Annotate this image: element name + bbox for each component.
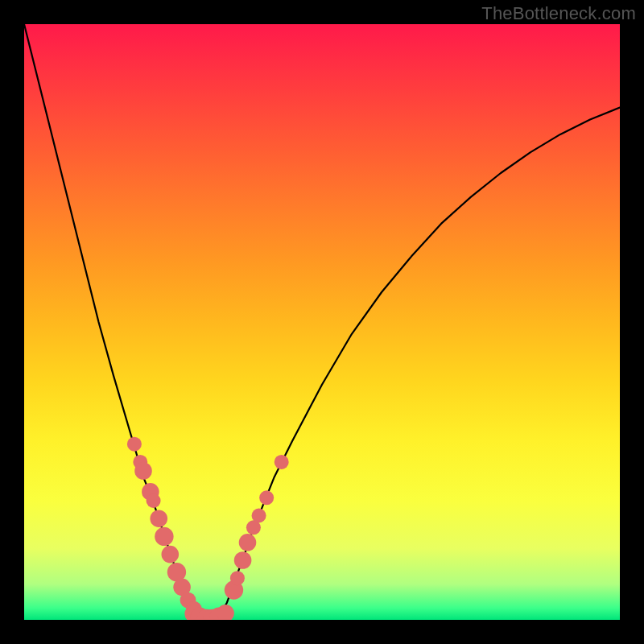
- curve-dot: [150, 510, 167, 527]
- curve-dot: [134, 462, 152, 480]
- curve-dot: [162, 546, 180, 564]
- chart-overlay-svg: [24, 24, 620, 620]
- chart-frame: TheBottleneck.com: [0, 0, 644, 644]
- curve-dot: [252, 509, 266, 523]
- curve-dot: [275, 455, 289, 469]
- curve-dot: [155, 527, 173, 546]
- curve-dot: [239, 534, 257, 551]
- curve-dot: [127, 437, 142, 452]
- curve-dot: [147, 493, 161, 508]
- bottleneck-curve: [24, 24, 620, 620]
- curve-dot: [217, 605, 234, 620]
- curve-dot: [259, 490, 274, 505]
- curve-dot: [230, 571, 245, 585]
- brand-watermark: TheBottleneck.com: [481, 3, 636, 24]
- curve-dots: [127, 437, 289, 620]
- curve-dot: [234, 551, 252, 569]
- chart-plot-area: [24, 24, 620, 620]
